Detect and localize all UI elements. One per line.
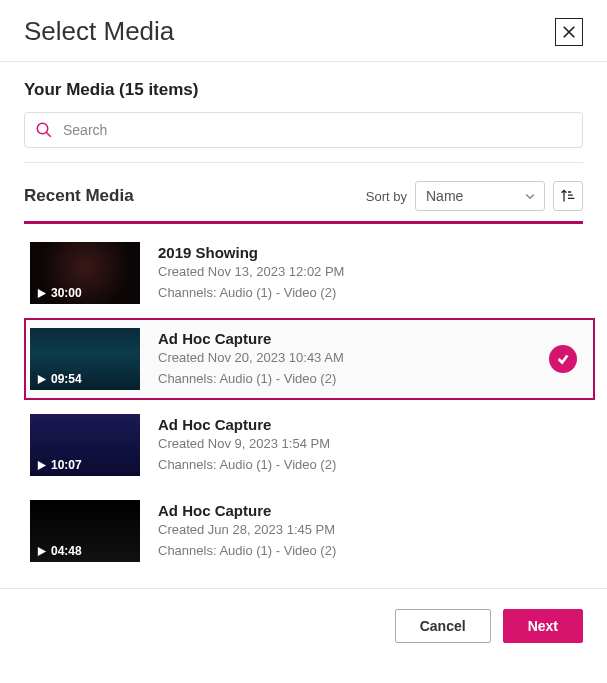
search-field[interactable] bbox=[24, 112, 583, 148]
selected-check bbox=[549, 345, 577, 373]
play-icon bbox=[36, 546, 47, 557]
media-list[interactable]: 30:002019 ShowingCreated Nov 13, 2023 12… bbox=[0, 224, 607, 580]
media-duration: 10:07 bbox=[36, 458, 82, 472]
media-row[interactable]: 09:54Ad Hoc CaptureCreated Nov 20, 2023 … bbox=[24, 318, 595, 400]
footer: Cancel Next bbox=[0, 589, 607, 663]
media-duration: 30:00 bbox=[36, 286, 82, 300]
close-button[interactable] bbox=[555, 18, 583, 46]
sort-direction-button[interactable] bbox=[553, 181, 583, 211]
media-created: Created Nov 9, 2023 1:54 PM bbox=[158, 435, 583, 453]
check-icon bbox=[556, 352, 570, 366]
sort-select[interactable]: Name bbox=[415, 181, 545, 211]
media-info: Ad Hoc CaptureCreated Nov 9, 2023 1:54 P… bbox=[158, 414, 583, 476]
sort-by-label: Sort by bbox=[366, 189, 407, 204]
media-row[interactable]: Ad Hoc Capture bbox=[24, 576, 595, 580]
play-icon bbox=[36, 288, 47, 299]
recent-media-row: Recent Media Sort by Name bbox=[24, 181, 583, 211]
media-channels: Channels: Audio (1) - Video (2) bbox=[158, 284, 583, 302]
sort-select-value: Name bbox=[426, 188, 463, 204]
media-title: Ad Hoc Capture bbox=[158, 502, 583, 519]
media-row[interactable]: 30:002019 ShowingCreated Nov 13, 2023 12… bbox=[24, 232, 595, 314]
media-row[interactable]: 04:48Ad Hoc CaptureCreated Jun 28, 2023 … bbox=[24, 490, 595, 572]
sort-direction-icon bbox=[560, 188, 576, 204]
play-icon bbox=[36, 460, 47, 471]
modal-title: Select Media bbox=[24, 16, 174, 47]
media-channels: Channels: Audio (1) - Video (2) bbox=[158, 370, 531, 388]
modal-header: Select Media bbox=[0, 0, 607, 62]
next-button[interactable]: Next bbox=[503, 609, 583, 643]
play-icon bbox=[36, 374, 47, 385]
media-duration: 09:54 bbox=[36, 372, 82, 386]
media-info: Ad Hoc CaptureCreated Nov 20, 2023 10:43… bbox=[158, 328, 531, 390]
cancel-button[interactable]: Cancel bbox=[395, 609, 491, 643]
media-info: Ad Hoc CaptureCreated Jun 28, 2023 1:45 … bbox=[158, 500, 583, 562]
media-info: 2019 ShowingCreated Nov 13, 2023 12:02 P… bbox=[158, 242, 583, 304]
media-title: 2019 Showing bbox=[158, 244, 583, 261]
chevron-down-icon bbox=[524, 190, 536, 202]
media-thumbnail: 30:00 bbox=[30, 242, 140, 304]
divider bbox=[24, 162, 583, 163]
media-thumbnail: 09:54 bbox=[30, 328, 140, 390]
svg-line-1 bbox=[46, 132, 51, 137]
media-duration: 04:48 bbox=[36, 544, 82, 558]
search-input[interactable] bbox=[63, 122, 572, 138]
media-thumbnail: 04:48 bbox=[30, 500, 140, 562]
your-media-heading: Your Media (15 items) bbox=[24, 80, 583, 100]
svg-point-0 bbox=[37, 123, 48, 134]
media-channels: Channels: Audio (1) - Video (2) bbox=[158, 542, 583, 560]
close-icon bbox=[562, 25, 576, 39]
your-media-section: Your Media (15 items) Recent Media Sort … bbox=[0, 62, 607, 211]
media-created: Created Nov 13, 2023 12:02 PM bbox=[158, 263, 583, 281]
media-row[interactable]: 10:07Ad Hoc CaptureCreated Nov 9, 2023 1… bbox=[24, 404, 595, 486]
media-thumbnail: 10:07 bbox=[30, 414, 140, 476]
media-created: Created Nov 20, 2023 10:43 AM bbox=[158, 349, 531, 367]
media-channels: Channels: Audio (1) - Video (2) bbox=[158, 456, 583, 474]
media-title: Ad Hoc Capture bbox=[158, 416, 583, 433]
media-title: Ad Hoc Capture bbox=[158, 330, 531, 347]
sort-controls: Sort by Name bbox=[366, 181, 583, 211]
recent-media-heading: Recent Media bbox=[24, 186, 134, 206]
media-created: Created Jun 28, 2023 1:45 PM bbox=[158, 521, 583, 539]
search-icon bbox=[35, 121, 53, 139]
